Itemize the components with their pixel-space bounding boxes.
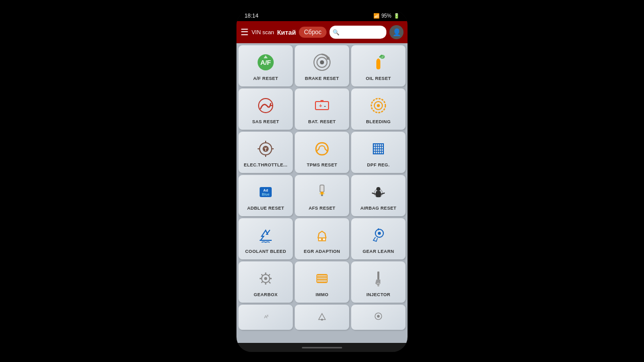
svg-point-16 — [377, 104, 380, 107]
tile-bat-reset-label: BAT. RESET — [308, 119, 336, 124]
tpms-reset-icon — [313, 140, 331, 160]
tile-dpf-reg[interactable]: DPF REG. — [351, 132, 406, 173]
adblue-reset-icon: Ad Blue — [257, 183, 275, 204]
reset-button[interactable]: Сброс — [299, 27, 327, 38]
svg-rect-11 — [320, 100, 324, 102]
tile-sas-reset-label: SAS RESET — [252, 119, 279, 124]
status-right: 📶 95% 🔋 — [373, 13, 399, 19]
status-bar: 18:14 📶 95% 🔋 — [236, 10, 408, 21]
main-content: A/F A/F RESET BRAKE RESET — [236, 43, 408, 343]
svg-point-58 — [377, 315, 379, 317]
tile-oil-reset[interactable]: ✓ OIL RESET — [351, 45, 406, 86]
tile-oil-reset-label: OIL RESET — [366, 76, 391, 81]
app-header: ☰ VIN scan Китай Сброс 🔍 👤 — [236, 21, 408, 43]
svg-text:Ad: Ad — [263, 189, 268, 192]
signal-icon: 📶 — [373, 13, 379, 19]
tile-af-reset-label: A/F RESET — [253, 76, 278, 81]
tile-immo[interactable]: IMMO — [295, 261, 349, 303]
tile-elec-throttle[interactable]: T ELEC.THROTTLE... — [238, 132, 293, 173]
af-reset-icon: A/F — [257, 53, 275, 74]
svg-point-56 — [321, 319, 323, 321]
tile-adblue-reset-label: ADBLUE RESET — [247, 206, 284, 211]
country-label: Китай — [277, 29, 296, 36]
egr-adaption-icon — [313, 226, 331, 247]
time: 18:14 — [245, 13, 259, 19]
svg-rect-31 — [320, 185, 324, 192]
svg-text:✓: ✓ — [381, 55, 384, 58]
tile-adblue-reset[interactable]: Ad Blue ADBLUE RESET — [238, 175, 293, 216]
bottom-nav — [236, 343, 408, 352]
menu-icon[interactable]: ☰ — [240, 27, 249, 38]
tile-bleeding[interactable]: BLEEDING — [351, 88, 406, 130]
tile-coolant-bleed-label: COOLANT BLEED — [245, 249, 286, 254]
svg-point-41 — [378, 232, 381, 235]
tile-gear-learn[interactable]: GEAR LEARN — [351, 218, 406, 259]
svg-point-44 — [264, 277, 267, 280]
bleeding-icon — [369, 97, 387, 117]
svg-text:-: - — [324, 103, 326, 109]
tile-dpf-reg-label: DPF REG. — [367, 162, 390, 167]
injector-icon — [369, 269, 387, 290]
tile-bat-reset[interactable]: + - BAT. RESET — [295, 88, 349, 130]
svg-text:T: T — [264, 147, 267, 152]
more3-icon — [371, 310, 386, 325]
user-icon: 👤 — [392, 28, 401, 36]
tile-gearbox[interactable]: GEARBOX — [238, 261, 293, 303]
more1-icon: A x — [258, 310, 273, 325]
svg-point-38 — [319, 238, 321, 240]
tile-immo-label: IMMO — [315, 292, 329, 297]
user-avatar[interactable]: 👤 — [389, 25, 404, 39]
tile-more1[interactable]: A x — [238, 305, 293, 330]
tile-injector[interactable]: INJECTOR — [351, 261, 406, 303]
svg-point-53 — [377, 285, 379, 287]
search-input[interactable]: 🔍 — [330, 26, 386, 39]
tile-more3[interactable] — [351, 305, 406, 330]
svg-text:A/F: A/F — [261, 59, 271, 66]
brake-reset-icon — [313, 53, 331, 74]
svg-point-4 — [327, 57, 330, 60]
home-indicator — [302, 347, 342, 348]
tile-airbag-reset[interactable]: AIRBAG RESET — [351, 175, 406, 216]
tile-brake-reset-label: BRAKE RESET — [305, 76, 339, 81]
svg-point-34 — [319, 193, 325, 195]
svg-text:x: x — [267, 314, 269, 317]
dpf-reg-icon — [369, 140, 387, 160]
service-grid: A/F A/F RESET BRAKE RESET — [238, 45, 406, 330]
phone-frame: 18:14 📶 95% 🔋 ☰ VIN scan Китай Сброс 🔍 👤 — [236, 10, 408, 352]
coolant-bleed-icon — [257, 226, 275, 247]
tile-elec-throttle-label: ELEC.THROTTLE... — [244, 162, 288, 167]
gear-learn-icon — [369, 226, 387, 247]
tile-tpms-reset[interactable]: TPMS RESET — [295, 132, 349, 173]
svg-text:+: + — [319, 103, 322, 109]
immo-icon — [313, 269, 331, 290]
tile-coolant-bleed[interactable]: COOLANT BLEED — [238, 218, 293, 259]
tile-afs-reset[interactable]: AFS RESET — [295, 175, 349, 216]
tile-egr-adaption-label: EGR ADAPTION — [304, 249, 340, 254]
gearbox-icon — [257, 269, 275, 290]
svg-rect-45 — [317, 275, 327, 283]
tile-gear-learn-label: GEAR LEARN — [363, 249, 394, 254]
battery-icon: 🔋 — [393, 13, 399, 19]
vin-scan-label[interactable]: VIN scan — [252, 29, 274, 35]
airbag-reset-icon — [369, 183, 387, 204]
tile-airbag-reset-label: AIRBAG RESET — [360, 206, 396, 211]
tile-egr-adaption[interactable]: EGR ADAPTION — [295, 218, 349, 259]
tile-gearbox-label: GEARBOX — [254, 292, 278, 297]
tile-bleeding-label: BLEEDING — [366, 119, 391, 124]
search-icon: 🔍 — [333, 29, 340, 36]
svg-point-39 — [323, 238, 325, 240]
more2-icon — [314, 310, 330, 325]
svg-text:Blue: Blue — [262, 193, 269, 196]
oil-reset-icon: ✓ — [369, 53, 387, 74]
sas-reset-icon — [257, 97, 275, 117]
tile-sas-reset[interactable]: SAS RESET — [238, 88, 293, 130]
tile-brake-reset[interactable]: BRAKE RESET — [295, 45, 349, 86]
tile-more2[interactable] — [295, 305, 349, 330]
battery-text: 95% — [381, 13, 391, 19]
elec-throttle-icon: T — [257, 140, 275, 160]
svg-point-5 — [320, 60, 324, 64]
tile-af-reset[interactable]: A/F A/F RESET — [238, 45, 293, 86]
tile-afs-reset-label: AFS RESET — [308, 206, 335, 211]
bat-reset-icon: + - — [313, 97, 331, 117]
tile-injector-label: INJECTOR — [366, 292, 390, 297]
